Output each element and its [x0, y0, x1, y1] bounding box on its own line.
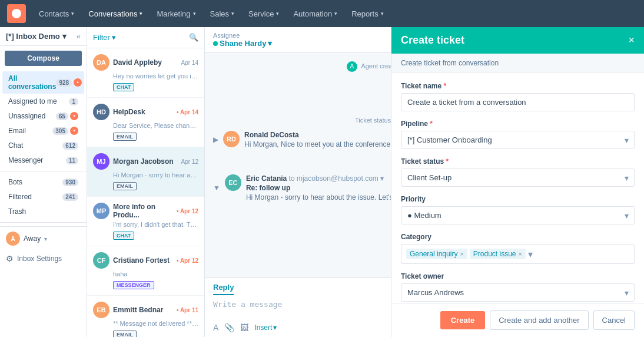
create-and-add-another-button[interactable]: Create and add another	[490, 310, 588, 330]
reply-tab[interactable]: Reply	[213, 283, 234, 295]
conv-item-emmitt-bednar[interactable]: EB Emmitt Bednar • Apr 11 ** Message not…	[87, 296, 204, 337]
inbox-chevron-icon: ▾	[62, 32, 67, 41]
all-conversations-count: 928	[56, 79, 72, 87]
cancel-button[interactable]: Cancel	[593, 310, 635, 330]
category-label: Category	[401, 233, 635, 241]
contacts-chevron-icon: ▾	[71, 11, 74, 16]
sidebar-item-filtered[interactable]: Filtered 241	[2, 190, 84, 204]
conv-item-date: • Apr 12	[177, 257, 198, 264]
insert-chevron-icon: ▾	[273, 323, 277, 332]
conv-item-david-appleby[interactable]: DA David Appleby Apr 14 Hey no worries l…	[87, 48, 204, 98]
conversations-chevron-icon: ▾	[140, 11, 142, 16]
filtered-count: 241	[62, 193, 78, 201]
nav-reports[interactable]: Reports▾	[346, 0, 390, 27]
collapse-icon[interactable]: «	[77, 32, 81, 41]
pipeline-label: Pipeline *	[401, 120, 635, 128]
sidebar-item-trash[interactable]: Trash	[2, 204, 84, 219]
bots-count: 930	[62, 179, 78, 186]
sidebar-item-unassigned[interactable]: Unassigned 65 •	[2, 109, 84, 123]
modal-close-button[interactable]: ×	[628, 34, 635, 47]
sidebar-item-assigned-to-me[interactable]: Assigned to me 1	[2, 94, 84, 108]
conv-item-cristiano-fortest[interactable]: CF Cristiano Fortest • Apr 12 haha MESSE…	[87, 246, 204, 296]
nav-marketing[interactable]: Marketing▾	[151, 0, 201, 27]
filter-button[interactable]: Filter ▾	[93, 33, 116, 42]
sidebar-item-all-conversations[interactable]: All conversations 928 •	[2, 71, 84, 94]
nav-automation[interactable]: Automation▾	[287, 0, 343, 27]
priority-label: Priority	[401, 195, 635, 203]
conv-item-tag: EMAIL	[113, 182, 137, 190]
conv-avatar: CF	[93, 252, 109, 269]
modal-title: Create ticket	[401, 34, 464, 47]
svg-point-0	[12, 9, 21, 18]
assignee-value[interactable]: Shane Hardy ▾	[213, 39, 272, 48]
sidebar-item-email[interactable]: Email 305 •	[2, 124, 84, 138]
conv-item-preview: Hey no worries let get you in cont...	[113, 72, 198, 80]
image-icon[interactable]: 🖼	[240, 323, 248, 332]
attachment-icon[interactable]: 📎	[224, 323, 234, 332]
sidebar-footer-user[interactable]: A Away ▾	[0, 226, 87, 250]
inbox-settings-row[interactable]: ⚙ Inbox Settings	[0, 250, 87, 267]
conv-item-name: Cristiano Fortest	[113, 256, 173, 265]
conv-item-more-info[interactable]: MP More info on Produ... • Apr 12 I'm so…	[87, 197, 204, 246]
pipeline-select[interactable]: [*] Customer Onboarding	[401, 131, 635, 149]
conv-item-name: David Appleby	[113, 58, 178, 67]
ticket-name-field-group: Ticket name *	[401, 82, 635, 111]
nav-service[interactable]: Service▾	[243, 0, 285, 27]
inbox-name[interactable]: [*] Inbox Demo ▾	[6, 32, 67, 41]
conv-item-tag: EMAIL	[113, 331, 137, 337]
bold-icon[interactable]: A	[213, 323, 218, 332]
nav-conversations[interactable]: Conversations▾	[82, 0, 148, 27]
required-asterisk: *	[430, 120, 433, 128]
conv-item-morgan-jacobson[interactable]: MJ Morgan Jacobson Apr 12 Hi Morgan - so…	[87, 147, 204, 197]
conv-item-tag: CHAT	[113, 232, 134, 240]
ticket-status-select-wrap: Client Set-up	[401, 168, 635, 187]
ticket-name-input[interactable]	[401, 93, 635, 111]
create-ticket-modal: Create ticket × Create ticket from conve…	[391, 27, 644, 337]
conv-avatar: HD	[93, 104, 109, 120]
sidebar-item-bots[interactable]: Bots 930	[2, 175, 84, 189]
agent-icon: A	[347, 61, 357, 72]
required-asterisk: *	[446, 157, 449, 166]
msg-avatar: RD	[223, 131, 240, 147]
assignee-label: Assignee	[213, 32, 272, 39]
expand-thread-icon[interactable]: ▶	[213, 136, 218, 144]
nav-sales[interactable]: Sales▾	[204, 0, 241, 27]
remove-general-inquiry-icon[interactable]: ×	[460, 250, 463, 257]
priority-field-group: Priority ● Medium	[401, 195, 635, 224]
all-conversations-new-dot: •	[74, 78, 82, 87]
collapse-thread-icon[interactable]: ▼	[213, 184, 220, 192]
conv-item-date: Apr 14	[181, 60, 198, 66]
unassigned-count: 65	[56, 113, 68, 120]
automation-chevron-icon: ▾	[334, 11, 337, 16]
remove-product-issue-icon[interactable]: ×	[519, 250, 522, 257]
ticket-name-label: Ticket name *	[401, 82, 635, 90]
conv-item-preview: Dear Service, Please change your...	[113, 122, 198, 129]
category-dropdown-icon[interactable]: ▾	[528, 249, 533, 260]
compose-button[interactable]: Compose	[5, 51, 82, 66]
sidebar-item-chat[interactable]: Chat 612	[2, 138, 84, 153]
conv-list-header: Filter ▾ 🔍	[87, 27, 204, 48]
category-tags-wrap[interactable]: General inquiry × Product issue × ▾	[401, 244, 635, 264]
ticket-status-select[interactable]: Client Set-up	[401, 168, 635, 187]
ticket-owner-label: Ticket owner	[401, 272, 635, 280]
modal-footer: Create Create and add another Cancel	[391, 303, 644, 337]
chat-count: 612	[62, 142, 78, 150]
search-icon[interactable]: 🔍	[189, 33, 198, 42]
sidebar-item-messenger[interactable]: Messenger 11	[2, 153, 84, 167]
marketing-chevron-icon: ▾	[193, 11, 196, 16]
modal-subtitle-bar: Create ticket from conversation	[391, 54, 644, 72]
conv-item-preview: haha	[113, 270, 198, 277]
inbox-settings-label: Inbox Settings	[17, 255, 62, 263]
ticket-owner-select[interactable]: Marcus Andrews	[401, 283, 635, 302]
conv-item-tag: CHAT	[113, 83, 134, 91]
conv-item-helpdesk[interactable]: HD HelpDesk • Apr 14 Dear Service, Pleas…	[87, 98, 204, 147]
service-chevron-icon: ▾	[276, 11, 279, 16]
sidebar-header: [*] Inbox Demo ▾ «	[0, 27, 87, 46]
conversation-list: Filter ▾ 🔍 DA David Appleby Apr 14 Hey n…	[87, 27, 205, 337]
email-count: 305	[52, 127, 68, 135]
nav-contacts[interactable]: Contacts▾	[33, 0, 80, 27]
priority-select[interactable]: ● Medium	[401, 206, 635, 224]
create-button[interactable]: Create	[440, 311, 485, 329]
insert-button[interactable]: Insert ▾	[254, 323, 277, 332]
conv-avatar: MP	[93, 203, 109, 219]
